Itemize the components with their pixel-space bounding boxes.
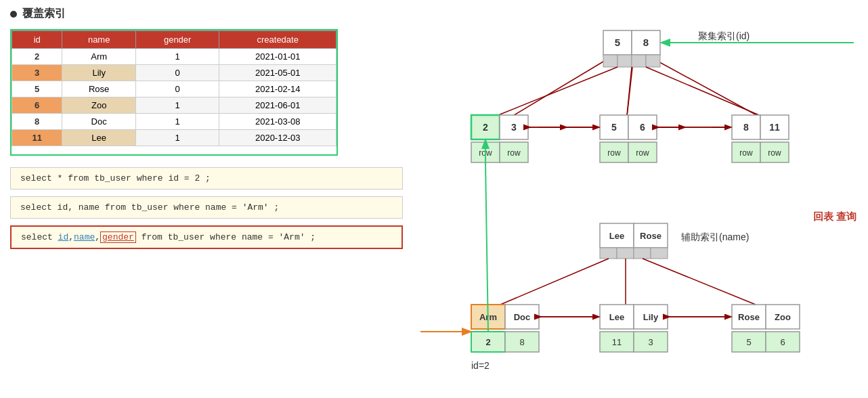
svg-text:8: 8 — [743, 122, 749, 133]
cell-createdate: 2021-05-01 — [219, 65, 337, 81]
svg-text:Zoo: Zoo — [775, 312, 791, 322]
tree-diagram: 5 8 聚集索引(id) 2 3 5 6 — [420, 0, 868, 398]
cell-gender: 1 — [135, 97, 219, 114]
title-text: 覆盖索引 — [22, 7, 66, 21]
sql2-text: select id, name from tb_user where name … — [20, 202, 279, 213]
table-row: 5 Rose 0 2021-02-14 — [12, 81, 337, 97]
svg-text:2: 2 — [483, 122, 488, 133]
cell-id: 6 — [12, 97, 62, 114]
svg-text:5: 5 — [615, 37, 620, 48]
svg-text:6: 6 — [780, 337, 785, 347]
sql1-text: select * from tb_user where id = 2 ; — [20, 173, 211, 183]
svg-text:11: 11 — [769, 122, 780, 133]
table-row: 2 Arm 1 2021-01-01 — [12, 49, 337, 65]
table-wrapper: id name gender createdate 2 Arm 1 2021-0… — [10, 29, 338, 156]
svg-text:3: 3 — [511, 122, 517, 133]
svg-text:Rose: Rose — [738, 312, 760, 322]
svg-rect-15 — [632, 55, 646, 67]
svg-rect-56 — [617, 248, 634, 259]
svg-text:8: 8 — [643, 37, 649, 48]
sql3-prefix: select — [21, 232, 58, 242]
svg-text:回表 查询: 回表 查询 — [813, 211, 856, 222]
bullet-icon — [10, 11, 17, 18]
svg-line-0 — [512, 56, 613, 116]
cell-id: 5 — [12, 81, 62, 97]
table-header-row: id name gender createdate — [12, 31, 337, 49]
svg-text:Lily: Lily — [643, 312, 659, 322]
svg-text:Doc: Doc — [514, 312, 531, 322]
svg-text:3: 3 — [648, 337, 653, 347]
svg-text:id=2: id=2 — [471, 360, 490, 371]
svg-text:Rose: Rose — [640, 231, 661, 241]
svg-text:辅助索引(name): 辅助索引(name) — [681, 231, 749, 242]
cell-name: Arm — [62, 49, 136, 65]
cell-gender: 1 — [135, 114, 219, 130]
svg-text:row: row — [739, 148, 753, 158]
svg-text:Lee: Lee — [609, 231, 624, 241]
right-panel: 5 8 聚集索引(id) 2 3 5 6 — [420, 0, 868, 398]
page-container: 覆盖索引 id name gender createdate 2 Arm — [0, 0, 868, 398]
svg-text:row: row — [768, 148, 781, 158]
col-gender: gender — [135, 31, 219, 49]
svg-text:Lee: Lee — [609, 312, 624, 322]
cell-gender: 1 — [135, 130, 219, 146]
sql-box-1: select * from tb_user where id = 2 ; — [10, 167, 403, 190]
sql3-suffix: from tb_user where name = 'Arm' ; — [136, 232, 316, 242]
svg-text:11: 11 — [612, 337, 622, 347]
svg-rect-57 — [634, 248, 651, 259]
svg-rect-55 — [600, 248, 617, 259]
svg-line-20 — [627, 67, 632, 115]
cell-createdate: 2021-01-01 — [219, 49, 337, 65]
col-createdate: createdate — [219, 31, 337, 49]
cell-gender: 0 — [135, 81, 219, 97]
svg-text:8: 8 — [519, 337, 524, 347]
svg-text:row: row — [607, 148, 621, 158]
sql-box-3: select id,name,gender from tb_user where… — [10, 225, 403, 249]
cell-id: 11 — [12, 130, 62, 146]
cell-gender: 1 — [135, 49, 219, 65]
sql-box-2: select id, name from tb_user where name … — [10, 196, 403, 219]
table-row: 11 Lee 1 2020-12-03 — [12, 130, 337, 146]
svg-line-21 — [646, 67, 759, 115]
cell-name: Lily — [62, 65, 136, 81]
section-title: 覆盖索引 — [10, 7, 410, 21]
table-row: 3 Lily 0 2021-05-01 — [12, 65, 337, 81]
svg-text:6: 6 — [640, 122, 645, 133]
cell-id: 2 — [12, 49, 62, 65]
cell-id: 8 — [12, 114, 62, 130]
cell-name: Rose — [62, 81, 136, 97]
svg-text:聚集索引(id): 聚集索引(id) — [698, 30, 750, 41]
sql3-comma1: , — [68, 232, 74, 242]
svg-line-2 — [647, 56, 759, 116]
cell-createdate: 2021-03-08 — [219, 114, 337, 130]
cell-createdate: 2021-02-14 — [219, 81, 337, 97]
svg-line-19 — [498, 67, 617, 115]
sql3-gender: gender — [100, 231, 136, 243]
svg-text:2: 2 — [485, 337, 490, 347]
table-row: 8 Doc 1 2021-03-08 — [12, 114, 337, 130]
col-id: id — [12, 31, 62, 49]
svg-line-60 — [500, 259, 609, 305]
cell-createdate: 2020-12-03 — [219, 130, 337, 146]
svg-rect-58 — [651, 248, 668, 259]
cell-createdate: 2021-06-01 — [219, 97, 337, 114]
sql3-id: id — [58, 232, 69, 242]
cell-name: Doc — [62, 114, 136, 130]
svg-text:row: row — [507, 148, 521, 158]
table-row: 6 Zoo 1 2021-06-01 — [12, 97, 337, 114]
svg-text:5: 5 — [746, 337, 751, 347]
svg-rect-14 — [617, 55, 632, 67]
sql3-comma2: , — [95, 232, 100, 242]
svg-rect-13 — [603, 55, 617, 67]
svg-text:row: row — [636, 148, 649, 158]
cell-id: 3 — [12, 65, 62, 81]
cell-name: Lee — [62, 130, 136, 146]
data-table: id name gender createdate 2 Arm 1 2021-0… — [12, 30, 337, 146]
svg-line-62 — [643, 259, 756, 305]
cell-name: Zoo — [62, 97, 136, 114]
col-name: name — [62, 31, 136, 49]
sql3-name: name — [74, 232, 95, 242]
cell-gender: 0 — [135, 65, 219, 81]
svg-rect-16 — [646, 55, 660, 67]
svg-text:5: 5 — [611, 122, 617, 133]
